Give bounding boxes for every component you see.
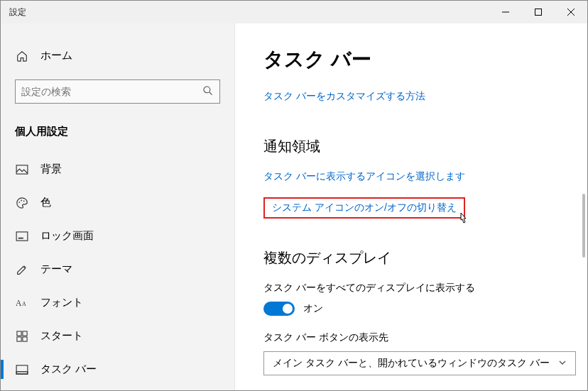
sidebar-item-lockscreen[interactable]: ロック画面 [1, 219, 234, 253]
nav-list: 背景 色 ロック画面 テーマ [1, 153, 234, 386]
sidebar-item-fonts[interactable]: AA フォント [1, 286, 234, 319]
scrollbar[interactable] [582, 194, 585, 258]
picture-icon [15, 165, 29, 175]
palette-icon [15, 197, 29, 209]
minimize-button[interactable] [489, 1, 522, 23]
sidebar-item-label: 色 [40, 196, 51, 209]
start-icon [15, 331, 29, 342]
select-icons-link[interactable]: タスク バーに表示するアイコンを選択します [263, 170, 465, 183]
button-destination-label: タスク バー ボタンの表示先 [263, 331, 559, 344]
home-icon [15, 50, 29, 62]
sidebar-item-label: フォント [40, 296, 83, 309]
svg-rect-14 [17, 331, 21, 335]
taskbar-icon [15, 365, 29, 375]
chevron-down-icon [558, 358, 567, 369]
svg-point-9 [23, 200, 25, 202]
sidebar-item-label: テーマ [40, 263, 72, 276]
search-input[interactable] [21, 86, 202, 97]
page-title: タスク バー [263, 46, 559, 73]
window-title: 設定 [9, 6, 26, 18]
button-destination-dropdown[interactable]: メイン タスク バーと、開かれているウィンドウのタスク バー [263, 351, 576, 375]
sidebar-item-background[interactable]: 背景 [1, 153, 234, 186]
svg-rect-17 [23, 336, 27, 341]
sidebar-item-label: ロック画面 [40, 229, 94, 243]
home-label: ホーム [40, 49, 72, 62]
svg-rect-19 [16, 371, 28, 374]
show-all-displays-label: タスク バーをすべてのディスプレイに表示する [263, 282, 559, 294]
svg-point-4 [204, 87, 210, 93]
window-controls [489, 1, 587, 23]
theme-icon [15, 263, 29, 276]
sidebar-item-colors[interactable]: 色 [1, 186, 234, 219]
svg-point-7 [19, 202, 21, 203]
sidebar-section-header: 個人用設定 [1, 121, 234, 153]
lockscreen-icon [15, 231, 29, 241]
svg-rect-11 [18, 237, 23, 238]
svg-text:A: A [16, 299, 22, 307]
svg-rect-10 [16, 231, 28, 240]
svg-rect-1 [535, 9, 542, 16]
sidebar-item-taskbar[interactable]: タスク バー [1, 353, 234, 386]
svg-line-5 [209, 92, 212, 95]
sidebar-item-label: 背景 [40, 163, 62, 176]
svg-rect-16 [17, 336, 21, 341]
system-icons-link[interactable]: システム アイコンのオン/オフの切り替え [272, 202, 457, 214]
font-icon: AA [15, 297, 29, 309]
search-icon [202, 85, 214, 99]
show-all-toggle[interactable] [263, 302, 295, 316]
content-pane: タスク バー タスク バーをカスタマイズする方法 通知領域 タスク バーに表示す… [235, 23, 587, 390]
sidebar-item-start[interactable]: スタート [1, 319, 234, 353]
customize-link[interactable]: タスク バーをカスタマイズする方法 [263, 90, 425, 103]
toggle-state-label: オン [303, 302, 323, 315]
multi-display-section-title: 複数のディスプレイ [263, 248, 559, 268]
sidebar-item-themes[interactable]: テーマ [1, 253, 234, 286]
svg-rect-6 [16, 165, 28, 173]
svg-point-8 [21, 199, 22, 201]
search-input-wrap[interactable] [15, 79, 220, 104]
notification-section-title: 通知領域 [263, 137, 559, 156]
maximize-button[interactable] [522, 1, 555, 23]
close-button[interactable] [555, 1, 587, 23]
highlighted-link-box: システム アイコンのオン/オフの切り替え [263, 197, 465, 219]
dropdown-value: メイン タスク バーと、開かれているウィンドウのタスク バー [273, 357, 550, 370]
home-nav[interactable]: ホーム [1, 43, 234, 68]
titlebar: 設定 [1, 1, 587, 23]
svg-rect-15 [23, 331, 27, 335]
sidebar: ホーム 個人用設定 背景 色 [1, 23, 235, 390]
sidebar-item-label: スタート [40, 329, 83, 343]
cursor-icon [457, 211, 471, 230]
svg-text:A: A [22, 301, 26, 307]
sidebar-item-label: タスク バー [40, 363, 97, 376]
